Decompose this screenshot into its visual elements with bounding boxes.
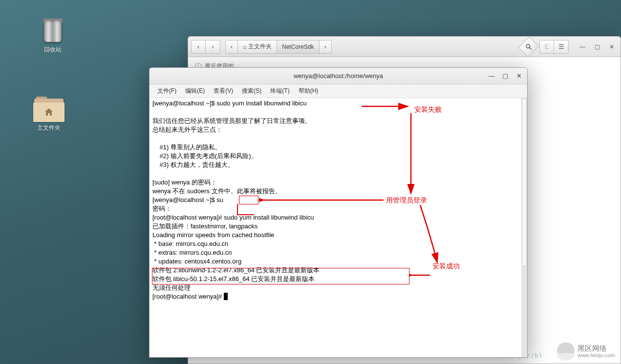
terminal-scrollbar[interactable] [521, 98, 527, 357]
filemanager-toolbar: ‹ › ‹ ⌂ 主文件夹 NetCoreSdk › ⚲ ⁝⁚ ☰ — ▢ ✕ [188, 37, 621, 57]
fm-minimize-button[interactable]: — [577, 42, 588, 52]
fm-close-button[interactable]: ✕ [606, 42, 618, 52]
watermark: 黑区网络 www.heiqu.com [557, 343, 615, 360]
path-forward-button[interactable]: › [320, 40, 332, 54]
desktop-trash[interactable]: 回收站 [33, 17, 72, 54]
scrollbar-thumb[interactable] [522, 98, 527, 266]
terminal-menubar: 文件(F) 编辑(E) 查看(V) 搜索(S) 终端(T) 帮助(H) [150, 84, 527, 98]
breadcrumb-home[interactable]: ⌂ 主文件夹 [238, 40, 277, 54]
term-minimize-button[interactable]: — [487, 72, 496, 81]
home-folder-label: 主文件夹 [29, 124, 68, 132]
term-close-button[interactable]: ✕ [514, 72, 523, 81]
breadcrumb-netcoresdk[interactable]: NetCoreSdk [277, 40, 319, 54]
terminal-cursor [224, 293, 228, 300]
watermark-brand: 黑区网络 [578, 344, 615, 353]
nav-forward-button[interactable]: › [206, 40, 220, 54]
menu-search[interactable]: 搜索(S) [238, 85, 265, 97]
watermark-url: www.heiqu.com [578, 352, 615, 358]
menu-edit[interactable]: 编辑(E) [181, 85, 209, 97]
term-maximize-button[interactable]: ▢ [501, 72, 510, 81]
terminal-window: wenya@localhost:/home/wenya — ▢ ✕ 文件(F) … [149, 67, 528, 358]
home-icon: ⌂ [243, 43, 246, 50]
view-icons-button[interactable]: ⁝⁚ [539, 40, 554, 54]
menu-terminal[interactable]: 终端(T) [266, 85, 293, 97]
menu-view[interactable]: 查看(V) [210, 85, 237, 97]
terminal-titlebar[interactable]: wenya@localhost:/home/wenya — ▢ ✕ [150, 68, 527, 84]
search-button[interactable]: ⚲ [518, 36, 539, 57]
mushroom-icon [557, 343, 575, 360]
terminal-output: [wenya@localhost ~]$ sudo yum install li… [150, 98, 527, 302]
view-list-button[interactable]: ☰ [554, 40, 569, 54]
terminal-title-text: wenya@localhost:/home/wenya [294, 72, 383, 80]
nav-back-button[interactable]: ‹ [191, 40, 206, 54]
fm-maximize-button[interactable]: ▢ [591, 42, 603, 52]
desktop-home-folder[interactable]: 主文件夹 [29, 97, 68, 132]
folder-icon [33, 97, 64, 122]
terminal-body[interactable]: [wenya@localhost ~]$ sudo yum install li… [150, 98, 527, 357]
trash-icon [41, 17, 64, 44]
menu-help[interactable]: 帮助(H) [295, 85, 322, 97]
menu-file[interactable]: 文件(F) [153, 85, 180, 97]
trash-label: 回收站 [33, 46, 72, 54]
path-back-button[interactable]: ‹ [225, 40, 238, 54]
